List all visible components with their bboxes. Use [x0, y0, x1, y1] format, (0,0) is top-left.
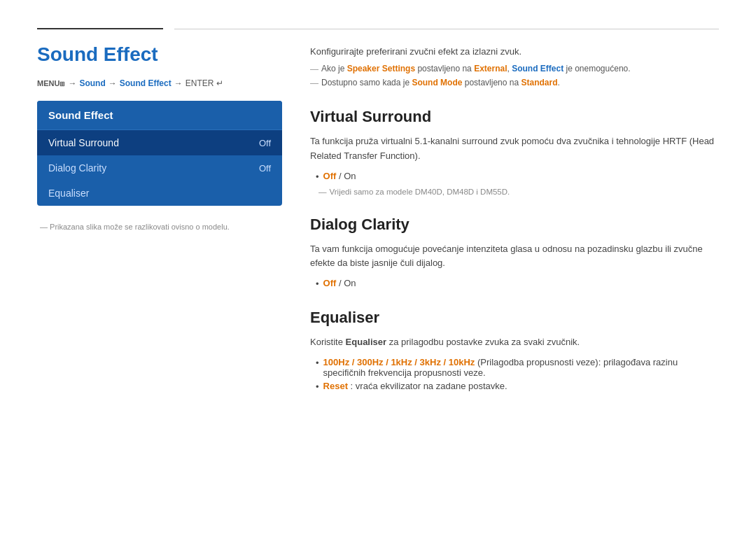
breadcrumb-sound-effect: Sound Effect	[120, 78, 172, 88]
section-equaliser: Equaliser Koristite Equaliser za prilago…	[310, 309, 719, 392]
equaliser-reset: Reset	[323, 381, 348, 391]
section-title-virtual-surround: Virtual Surround	[310, 108, 719, 126]
menu-item-equaliser[interactable]: Equaliser	[37, 181, 282, 206]
note2-standard: Standard	[521, 78, 557, 87]
section-body-dialog-clarity: Ta vam funkcija omogućuje povećanje inte…	[310, 242, 719, 272]
breadcrumb: MENU⊞ → Sound → Sound Effect → ENTER ↵	[37, 78, 282, 88]
section-body-virtual-surround: Ta funkcija pruža virtualni 5.1-kanalni …	[310, 134, 719, 164]
menu-panel-header: Sound Effect	[37, 101, 282, 130]
note-line-1: — Ako je Speaker Settings postavljeno na…	[310, 64, 719, 74]
menu-item-virtual-surround[interactable]: Virtual Surround Off	[37, 130, 282, 155]
bullet-dialog-clarity-options: Off / On	[316, 278, 719, 289]
bullet-list-virtual-surround: Off / On	[316, 171, 719, 182]
left-column: Sound Effect MENU⊞ → Sound → Sound Effec…	[37, 43, 282, 398]
breadcrumb-enter: ENTER ↵	[186, 78, 223, 88]
virtual-surround-off: Off	[323, 171, 337, 181]
left-footnote: Prikazana slika može se razlikovati ovis…	[37, 223, 282, 231]
note-line-2: — Dostupno samo kada je Sound Mode posta…	[310, 78, 719, 88]
note1-external: External	[474, 64, 507, 73]
section-virtual-surround: Virtual Surround Ta funkcija pruža virtu…	[310, 108, 719, 196]
section-body-equaliser: Koristite Equaliser za prilagodbu postav…	[310, 335, 719, 350]
right-column: Konfigurirajte preferirani zvučni efekt …	[310, 43, 719, 398]
breadcrumb-menu: MENU⊞	[37, 79, 65, 87]
bullet-list-equaliser: 100Hz / 300Hz / 1kHz / 3kHz / 10kHz (Pri…	[316, 357, 719, 392]
note2-text: Dostupno samo kada je Sound Mode postavl…	[321, 78, 560, 87]
note1-dash: —	[310, 64, 318, 74]
note2-sound-mode: Sound Mode	[412, 78, 462, 87]
menu-panel: Sound Effect Virtual Surround Off Dialog…	[37, 101, 282, 206]
section-title-equaliser: Equaliser	[310, 309, 719, 327]
sub-note-virtual-surround: — Vrijedi samo za modele DM40D, DM48D i …	[318, 188, 719, 196]
note2-dash: —	[310, 78, 318, 88]
note1-sound-effect: Sound Effect	[512, 64, 564, 73]
page-container: Sound Effect MENU⊞ → Sound → Sound Effec…	[0, 0, 756, 426]
menu-item-label-dialog-clarity: Dialog Clarity	[48, 162, 106, 174]
note1-text: Ako je Speaker Settings postavljeno na E…	[321, 64, 631, 73]
dialog-clarity-off: Off	[323, 278, 337, 288]
note1-speaker-settings: Speaker Settings	[347, 64, 415, 73]
sub-note-virtual-surround-text: Vrijedi samo za modele DM40D, DM48D i DM…	[330, 188, 510, 196]
equaliser-reset-desc: : vraća ekvilizator na zadane postavke.	[351, 381, 507, 391]
bullet-equaliser-reset: Reset : vraća ekvilizator na zadane post…	[316, 381, 719, 392]
menu-item-value-virtual-surround: Off	[259, 138, 271, 148]
equaliser-frequencies: 100Hz / 300Hz / 1kHz / 3kHz / 10kHz	[323, 357, 475, 367]
section-dialog-clarity: Dialog Clarity Ta vam funkcija omogućuje…	[310, 216, 719, 290]
breadcrumb-sound: Sound	[79, 78, 105, 88]
page-title: Sound Effect	[37, 43, 282, 66]
content-area: Sound Effect MENU⊞ → Sound → Sound Effec…	[0, 29, 756, 426]
section-title-dialog-clarity: Dialog Clarity	[310, 216, 719, 234]
bullet-equaliser-frequencies: 100Hz / 300Hz / 1kHz / 3kHz / 10kHz (Pri…	[316, 357, 719, 378]
menu-item-label-virtual-surround: Virtual Surround	[48, 137, 119, 148]
bullet-list-dialog-clarity: Off / On	[316, 278, 719, 289]
menu-item-label-equaliser: Equaliser	[48, 188, 89, 199]
intro-text: Konfigurirajte preferirani zvučni efekt …	[310, 46, 719, 57]
equaliser-highlight: Equaliser	[346, 337, 387, 347]
menu-item-value-dialog-clarity: Off	[259, 163, 271, 174]
menu-item-dialog-clarity[interactable]: Dialog Clarity Off	[37, 155, 282, 181]
bullet-virtual-surround-options: Off / On	[316, 171, 719, 182]
